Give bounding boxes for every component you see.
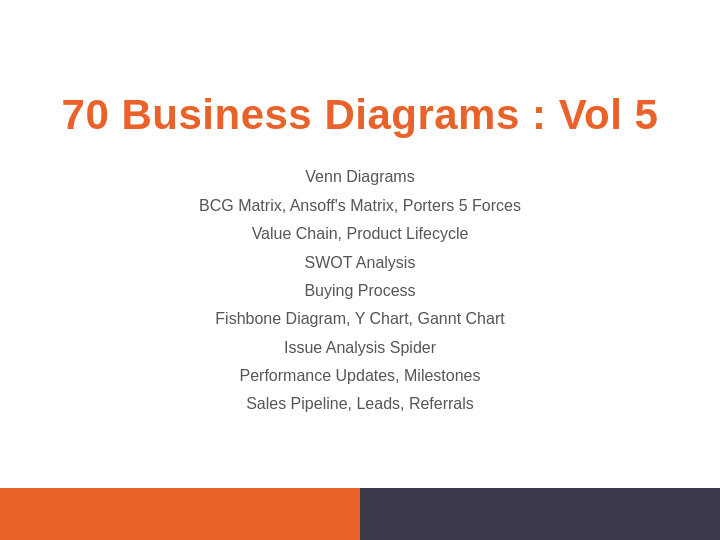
- subtitle-list: Venn DiagramsBCG Matrix, Ansoff's Matrix…: [199, 166, 521, 416]
- list-item: Buying Process: [304, 280, 415, 302]
- page-container: 70 Business Diagrams : Vol 5 Venn Diagra…: [0, 0, 720, 540]
- page-title: 70 Business Diagrams : Vol 5: [62, 92, 659, 138]
- list-item: BCG Matrix, Ansoff's Matrix, Porters 5 F…: [199, 195, 521, 217]
- list-item: SWOT Analysis: [305, 252, 416, 274]
- footer-right: [360, 488, 720, 540]
- list-item: Fishbone Diagram, Y Chart, Gannt Chart: [215, 308, 504, 330]
- list-item: Venn Diagrams: [305, 166, 414, 188]
- list-item: Sales Pipeline, Leads, Referrals: [246, 393, 474, 415]
- footer-bar: [0, 488, 720, 540]
- list-item: Value Chain, Product Lifecycle: [252, 223, 469, 245]
- content-area: 70 Business Diagrams : Vol 5 Venn Diagra…: [0, 0, 720, 488]
- footer-left: [0, 488, 360, 540]
- list-item: Performance Updates, Milestones: [239, 365, 480, 387]
- list-item: Issue Analysis Spider: [284, 337, 436, 359]
